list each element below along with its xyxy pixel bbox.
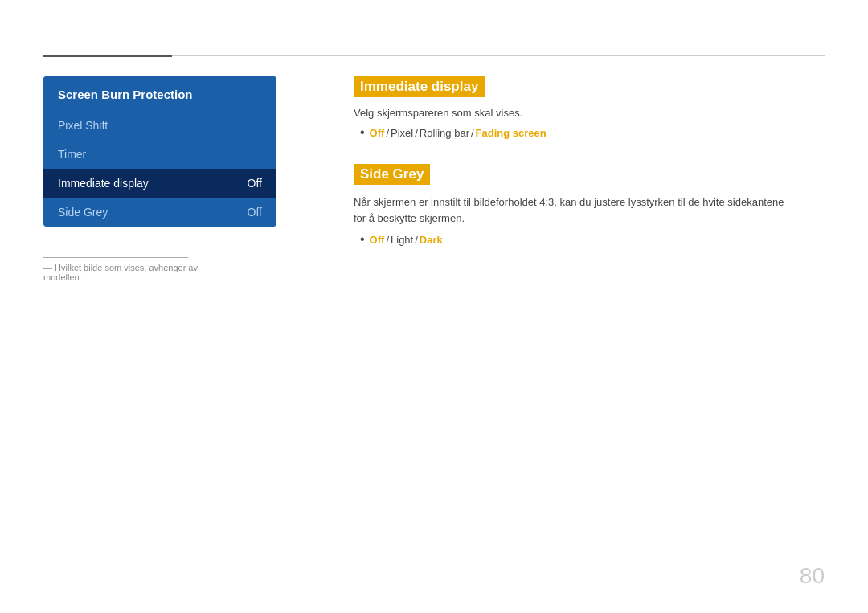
footnote: ― Hvilket bilde som vises, avhenger av m… — [43, 257, 204, 282]
side-grey-dark: Dark — [420, 234, 443, 246]
menu-item-pixel-shift[interactable]: Pixel Shift — [43, 111, 276, 140]
sep3: / — [471, 127, 474, 139]
option-rolling-bar: Rolling bar — [420, 127, 469, 139]
menu-item-immediate-display[interactable]: Immediate display Off — [43, 169, 276, 198]
bullet-icon-2: • — [360, 232, 365, 247]
sep2: / — [415, 127, 418, 139]
side-grey-title: Side Grey — [354, 164, 430, 185]
immediate-display-desc: Velg skjermspareren som skal vises. — [354, 107, 825, 119]
top-decorative-lines — [43, 55, 825, 57]
immediate-display-options: • Off / Pixel / Rolling bar / Fading scr… — [360, 125, 825, 140]
side-grey-off: Off — [370, 234, 385, 246]
option-off: Off — [370, 127, 385, 139]
side-grey-section: Side Grey Når skjermen er innstilt til b… — [354, 164, 825, 247]
page-number: 80 — [800, 563, 825, 589]
option-pixel: Pixel — [391, 127, 413, 139]
side-grey-value: Off — [248, 206, 262, 219]
immediate-display-section: Immediate display Velg skjermspareren so… — [354, 76, 825, 140]
immediate-display-value: Off — [248, 177, 262, 190]
menu-item-side-grey[interactable]: Side Grey Off — [43, 198, 276, 227]
side-grey-sep1: / — [386, 234, 389, 246]
side-grey-light: Light — [391, 234, 413, 246]
sep1: / — [386, 127, 389, 139]
side-grey-label: Side Grey — [58, 206, 108, 219]
top-line-light — [172, 55, 825, 56]
top-line-dark — [43, 55, 172, 57]
pixel-shift-label: Pixel Shift — [58, 119, 108, 132]
bullet-icon: • — [360, 125, 365, 140]
footnote-text: ― Hvilket bilde som vises, avhenger av m… — [43, 263, 204, 282]
immediate-display-label: Immediate display — [58, 177, 149, 190]
menu-title: Screen Burn Protection — [43, 76, 276, 111]
side-grey-desc: Når skjermen er innstilt til bildeforhol… — [354, 194, 796, 226]
right-content: Immediate display Velg skjermspareren so… — [354, 76, 825, 247]
option-fading-screen: Fading screen — [476, 127, 547, 139]
left-panel: Screen Burn Protection Pixel Shift Timer… — [43, 76, 276, 227]
screen-burn-protection-menu: Screen Burn Protection Pixel Shift Timer… — [43, 76, 276, 227]
side-grey-sep2: / — [415, 234, 418, 246]
side-grey-options: • Off / Light / Dark — [360, 232, 825, 247]
footnote-divider — [43, 257, 188, 258]
timer-label: Timer — [58, 148, 86, 161]
menu-item-timer[interactable]: Timer — [43, 140, 276, 169]
immediate-display-title: Immediate display — [354, 76, 485, 97]
